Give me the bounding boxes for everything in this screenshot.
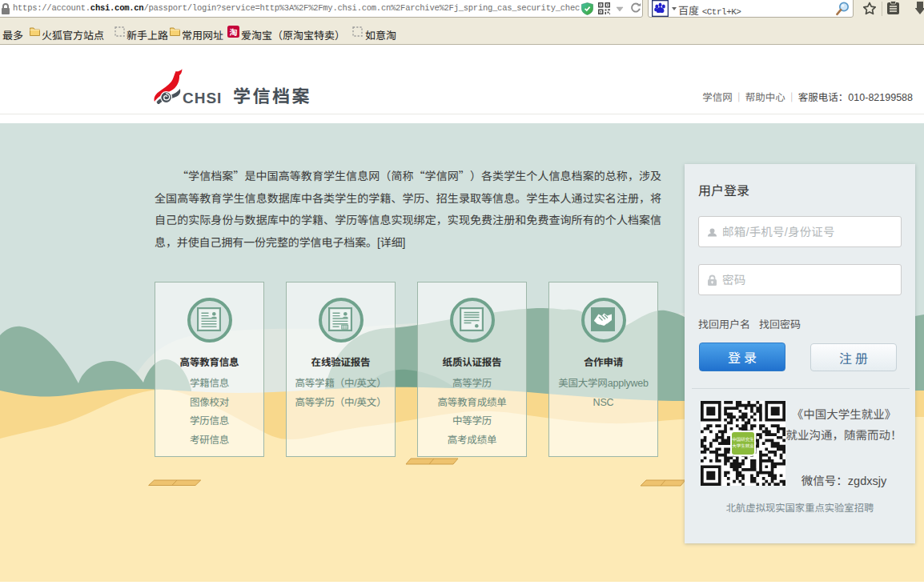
svg-text:淘: 淘 bbox=[230, 26, 238, 38]
svg-text:中国研究生: 中国研究生 bbox=[732, 436, 754, 443]
svg-text:大学生就业: 大学生就业 bbox=[732, 443, 754, 449]
